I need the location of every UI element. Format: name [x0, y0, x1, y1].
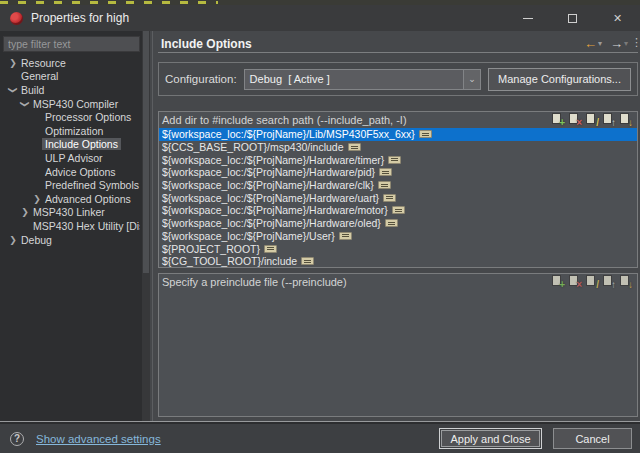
sidebar-item-debug[interactable]: ❯Debug [3, 233, 140, 247]
chevron-collapsed-icon[interactable]: ❯ [20, 207, 30, 217]
maximize-button[interactable] [550, 5, 595, 31]
properties-tree: ❯Resource❯General❯Build❯MSP430 Compiler❯… [3, 56, 140, 246]
sidebar-item-optimization[interactable]: ❯Optimization [3, 124, 140, 138]
delete-icon[interactable]: × [568, 275, 581, 288]
sidebar-item-label: Debug [18, 234, 55, 246]
sidebar-item-ulp-advisor[interactable]: ❯ULP Advisor [3, 151, 140, 165]
variable-icon [264, 245, 277, 253]
view-menu-icon[interactable]: ⋮ [631, 36, 640, 49]
sidebar-item-advice-options[interactable]: ❯Advice Options [3, 165, 140, 179]
include-path-text: ${workspace_loc:/${ProjName}/Hardware/ol… [162, 217, 381, 229]
chevron-down-icon: ⌄ [463, 70, 480, 89]
filter-input[interactable] [3, 36, 140, 52]
sidebar-item-label: Build [18, 84, 47, 96]
dialog-body: ❯Resource❯General❯Build❯MSP430 Compiler❯… [0, 31, 640, 421]
properties-dialog: Properties for high ✕ ❯Resource❯General❯… [0, 0, 640, 453]
include-path-text: ${workspace_loc:/${ProjName}/Hardware/mo… [162, 204, 388, 216]
page-title: Include Options [158, 37, 252, 51]
manage-configurations-button[interactable]: Manage Configurations... [488, 68, 631, 91]
sidebar-item-include-options[interactable]: ❯Include Options [3, 138, 140, 152]
sidebar-item-msp430-hex-utility-dis[interactable]: ❯MSP430 Hex Utility [Dis [3, 219, 140, 233]
back-dropdown-icon[interactable]: ▾ [598, 39, 602, 48]
minimize-icon [523, 18, 533, 19]
include-path-text: ${workspace_loc:/${ProjName}/Hardware/ti… [162, 154, 384, 166]
sidebar-scrollbar[interactable] [142, 31, 150, 421]
configuration-value: Debug [ Active ] [245, 73, 463, 85]
show-advanced-settings-link[interactable]: Show advanced settings [36, 433, 161, 445]
variable-icon [392, 206, 405, 214]
help-icon[interactable]: ? [10, 432, 24, 446]
chevron-collapsed-icon[interactable]: ❯ [8, 58, 18, 68]
sidebar-item-general[interactable]: ❯General [3, 70, 140, 84]
variable-icon [388, 156, 401, 164]
sidebar-item-advanced-options[interactable]: ❯Advanced Options [3, 192, 140, 206]
include-path-item[interactable]: ${workspace_loc:/${ProjName}/Hardware/pi… [159, 166, 637, 179]
preinclude-list[interactable] [159, 289, 637, 416]
sidebar-item-label: ULP Advisor [42, 152, 106, 164]
add-icon[interactable]: + [551, 275, 564, 288]
scrollbar-thumb[interactable] [143, 31, 149, 273]
include-path-item[interactable]: ${workspace_loc:/${ProjName}/Hardware/cl… [159, 179, 637, 192]
include-path-item[interactable]: ${workspace_loc:/${ProjName}/User} [159, 230, 637, 243]
include-path-item[interactable]: ${CCS_BASE_ROOT}/msp430/include [159, 141, 637, 154]
chevron-collapsed-icon[interactable]: ❯ [32, 194, 42, 204]
sidebar-item-msp430-compiler[interactable]: ❯MSP430 Compiler [3, 97, 140, 111]
variable-icon [385, 219, 398, 227]
include-path-text: ${CCS_BASE_ROOT}/msp430/include [162, 141, 344, 153]
include-path-title: Add dir to #include search path (--inclu… [162, 114, 407, 126]
chevron-expanded-icon[interactable]: ❯ [8, 85, 18, 95]
sidebar-item-predefined-symbols[interactable]: ❯Predefined Symbols [3, 178, 140, 192]
include-path-text: ${workspace_loc:/${ProjName}/Lib/MSP430F… [162, 128, 415, 140]
sidebar-item-label: Optimization [42, 125, 106, 137]
sidebar-item-label: Advanced Options [42, 193, 134, 205]
include-path-text: ${CG_TOOL_ROOT}/include [162, 255, 297, 267]
include-path-item[interactable]: ${PROJECT_ROOT} [159, 242, 637, 255]
move-up-icon[interactable]: ↑ [602, 113, 615, 126]
sidebar-item-msp430-linker[interactable]: ❯MSP430 Linker [3, 206, 140, 220]
close-button[interactable]: ✕ [595, 5, 640, 31]
window-controls: ✕ [505, 5, 640, 31]
include-path-item[interactable]: ${workspace_loc:/${ProjName}/Hardware/ua… [159, 191, 637, 204]
preinclude-header: Specify a preinclude file (--preinclude)… [159, 274, 637, 289]
splitter-handle[interactable] [150, 31, 157, 421]
history-nav: ← ▾ → ▾ ⋮ [584, 36, 638, 51]
delete-icon[interactable]: × [568, 113, 581, 126]
cancel-button[interactable]: Cancel [553, 428, 632, 449]
minimize-button[interactable] [505, 5, 550, 31]
maximize-icon [568, 14, 577, 23]
forward-dropdown-icon[interactable]: ▾ [624, 39, 628, 48]
sidebar-item-label: Predefined Symbols [42, 179, 140, 191]
include-path-item[interactable]: ${workspace_loc:/${ProjName}/Hardware/mo… [159, 204, 637, 217]
include-path-item[interactable]: ${CG_TOOL_ROOT}/include [159, 255, 637, 267]
chevron-expanded-icon[interactable]: ❯ [20, 99, 30, 109]
sidebar-item-build[interactable]: ❯Build [3, 83, 140, 97]
include-path-item[interactable]: ${workspace_loc:/${ProjName}/Hardware/ti… [159, 153, 637, 166]
move-up-icon[interactable]: ↑ [602, 275, 615, 288]
configuration-label: Configuration: [165, 73, 237, 85]
preinclude-title: Specify a preinclude file (--preinclude) [162, 276, 347, 288]
move-down-icon[interactable]: ↓ [619, 113, 632, 126]
page-header: Include Options ← ▾ → ▾ ⋮ [158, 35, 638, 53]
sidebar-item-label: MSP430 Compiler [30, 98, 121, 110]
chevron-collapsed-icon[interactable]: ❯ [8, 235, 18, 245]
sidebar-item-processor-options[interactable]: ❯Processor Options [3, 110, 140, 124]
forward-icon[interactable]: → [610, 36, 623, 51]
include-path-item[interactable]: ${workspace_loc:/${ProjName}/Lib/MSP430F… [159, 128, 637, 141]
sidebar-item-label: Resource [18, 57, 69, 69]
add-icon[interactable]: + [551, 113, 564, 126]
variable-icon [419, 130, 432, 138]
include-path-list: ${workspace_loc:/${ProjName}/Lib/MSP430F… [159, 127, 637, 267]
include-path-item[interactable]: ${workspace_loc:/${ProjName}/Hardware/ol… [159, 217, 637, 230]
variable-icon [383, 194, 396, 202]
sidebar-item-resource[interactable]: ❯Resource [3, 56, 140, 70]
configuration-select[interactable]: Debug [ Active ] ⌄ [244, 69, 481, 90]
apply-and-close-button[interactable]: Apply and Close [439, 428, 542, 449]
back-icon[interactable]: ← [584, 36, 597, 51]
titlebar[interactable]: Properties for high ✕ [0, 5, 640, 31]
move-down-icon[interactable]: ↓ [619, 275, 632, 288]
preinclude-toolbar: +×/↑↓ [551, 275, 634, 288]
sidebar-item-label: MSP430 Hex Utility [Dis [30, 220, 140, 232]
preinclude-panel: Specify a preinclude file (--preinclude)… [158, 273, 638, 417]
edit-icon[interactable]: / [585, 113, 598, 126]
edit-icon[interactable]: / [585, 275, 598, 288]
